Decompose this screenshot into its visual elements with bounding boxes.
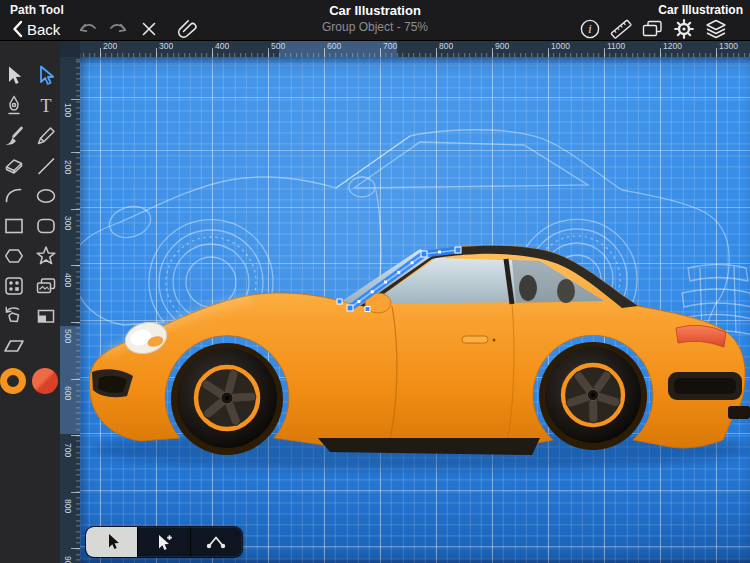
back-button[interactable]: Back [12,19,60,39]
plus-icon [167,535,172,540]
paperclip-icon [176,19,198,39]
fill-color-icon [32,368,58,394]
tool-pattern[interactable] [0,272,28,300]
info-button[interactable]: i [578,19,602,39]
hruler-label: 1000 [551,41,570,51]
ruler-corner [60,40,80,57]
pencil-icon [34,124,58,148]
black-cursor-icon [109,534,119,549]
selection-status: Group Object - 75% [200,20,550,34]
direct-selection-cursor-icon [41,67,53,85]
vruler-label: 300 [63,216,73,230]
tool-pen[interactable] [0,92,28,120]
shear-icon [2,334,26,358]
toolbar-spacer [32,332,60,360]
vruler-label: 600 [63,386,73,400]
document-name-label: Car Illustration [658,3,743,17]
artwork-layer [80,57,750,563]
hruler-label: 900 [495,41,509,51]
horizontal-ruler: 2003004005006007008009001000110012001300 [80,40,750,57]
tool-direct-selection[interactable] [32,62,60,90]
selection-cursor-icon [9,67,21,85]
tools-sidebar: T [0,40,60,563]
path-mode-toolbar [86,527,242,557]
svg-text:i: i [588,22,591,36]
crop-frame-icon [34,304,58,328]
back-chevron-icon [12,20,23,38]
transform-icon [2,304,26,328]
close-button[interactable] [137,19,161,39]
hruler-label: 600 [327,41,341,51]
segment-direct-select[interactable] [86,527,137,557]
active-tool-label: Path Tool [10,3,64,17]
segment-convert-anchor[interactable] [190,527,242,557]
drawing-canvas[interactable] [80,57,750,563]
stroke-color-swatch[interactable] [0,368,26,394]
measure-button[interactable] [609,19,633,39]
hruler-label: 700 [383,41,397,51]
pages-icon [640,18,664,40]
segment-add-anchor[interactable] [137,527,189,557]
vertical-ruler: 100200300400500600700800900 [60,57,80,563]
front-intake-inner [98,376,127,393]
document-title-block: Car Illustration Group Object - 75% [200,0,550,34]
vertical-ruler-major-ticks [71,57,80,563]
polygon-icon [2,244,26,268]
rear-lower-vent [728,406,750,419]
fill-color-swatch[interactable] [32,368,58,394]
door-handle [462,336,488,343]
tool-rounded-rectangle[interactable] [32,212,60,240]
undo-button[interactable] [76,19,100,39]
hruler-label: 1300 [719,41,738,51]
tool-line[interactable] [32,152,60,180]
rear-wheel [545,347,641,443]
redo-button[interactable] [106,19,130,39]
document-title: Car Illustration [200,3,550,18]
tool-text[interactable]: T [32,92,60,120]
settings-button[interactable] [672,19,696,39]
text-icon: T [34,94,58,118]
tool-shear[interactable] [0,332,28,360]
attachment-button[interactable] [175,19,199,39]
tool-star[interactable] [32,242,60,270]
tool-polygon[interactable] [0,242,28,270]
convert-anchor-icon [204,532,228,552]
brush-icon [2,124,26,148]
tool-brush[interactable] [0,122,28,150]
car-artwork[interactable] [89,246,750,470]
hruler-label: 800 [439,41,453,51]
tool-crop-frame[interactable] [32,302,60,330]
tool-images[interactable] [32,272,60,300]
eraser-icon [2,154,26,178]
hruler-label: 200 [103,41,117,51]
door-lock [493,339,496,342]
images-icon [34,274,58,298]
rounded-rectangle-icon [34,214,58,238]
vruler-label: 500 [63,329,73,343]
tool-eraser[interactable] [0,152,28,180]
tool-ellipse[interactable] [32,182,60,210]
hruler-label: 300 [159,41,173,51]
layers-button[interactable] [704,19,728,39]
canvases-button[interactable] [640,19,664,39]
hruler-label: 1100 [607,41,625,51]
tool-pencil[interactable] [32,122,60,150]
pattern-icon [2,274,26,298]
top-bar: Path Tool Back Car Illustration Group Ob… [0,0,750,41]
layers-icon [704,18,728,40]
rectangle-icon [2,214,26,238]
vector-drawing-app: { "header": { "tool_status": "Path Tool"… [0,0,750,563]
rear-bumper-vent-inner [674,378,736,394]
front-wheel [177,348,277,448]
tool-transform[interactable] [0,302,28,330]
tool-selection[interactable] [0,62,28,90]
vruler-label: 100 [63,103,73,117]
tool-rectangle[interactable] [0,212,28,240]
star-icon [34,244,58,268]
tool-arc[interactable] [0,182,28,210]
ellipse-icon [34,184,58,208]
vruler-label: 900 [63,556,73,563]
ruler-icon [609,18,633,40]
pen-icon [2,94,26,118]
close-icon [141,21,157,37]
